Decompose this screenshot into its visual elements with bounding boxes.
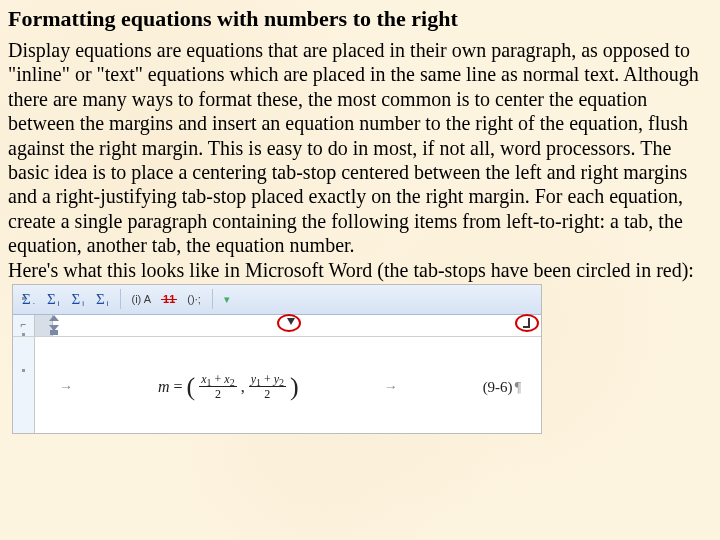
vruler-tick bbox=[22, 297, 25, 300]
ribbon-abc[interactable]: (i) A bbox=[129, 291, 155, 308]
page-surface[interactable]: → m = ( x1 + x2 2 , y1 + y2 2 bbox=[35, 337, 541, 433]
ribbon: Σ· Σi Σi Σi (i) A 11 ()·; ▾ bbox=[13, 285, 541, 315]
page-title: Formatting equations with numbers to the… bbox=[8, 6, 712, 32]
center-tab-stop[interactable] bbox=[287, 318, 295, 325]
eq-lparen: ( bbox=[187, 371, 196, 403]
caption-text: Here's what this looks like in Microsoft… bbox=[8, 259, 694, 281]
ribbon-sigma-3[interactable]: Σi bbox=[68, 288, 87, 310]
ribbon-sigma-4[interactable]: Σi bbox=[93, 288, 112, 310]
ribbon-tail[interactable]: ()·; bbox=[184, 291, 203, 308]
ribbon-sigma-2[interactable]: Σi bbox=[44, 288, 63, 310]
caption-paragraph: Here's what this looks like in Microsoft… bbox=[8, 258, 712, 434]
ribbon-divider bbox=[120, 289, 121, 309]
right-tab-stop[interactable] bbox=[523, 318, 530, 328]
body-paragraph: Display equations are equations that are… bbox=[8, 38, 712, 258]
pilcrow-icon: ¶ bbox=[515, 380, 521, 395]
ribbon-strike[interactable]: 11 bbox=[160, 291, 178, 308]
vruler-tick bbox=[22, 369, 25, 372]
left-indent-marker[interactable] bbox=[50, 330, 58, 335]
ruler-row: ⌐ bbox=[13, 315, 541, 337]
equation-number: (9-6) bbox=[483, 379, 513, 395]
equation-line: → m = ( x1 + x2 2 , y1 + y2 2 bbox=[59, 371, 521, 403]
vruler-tick bbox=[22, 333, 25, 336]
eq-equals: = bbox=[174, 377, 183, 397]
vertical-ruler[interactable] bbox=[13, 337, 35, 433]
tab-arrow-icon: → bbox=[384, 378, 398, 395]
eq-rparen: ) bbox=[290, 371, 299, 403]
horizontal-ruler[interactable] bbox=[35, 315, 541, 336]
ribbon-divider-2 bbox=[212, 289, 213, 309]
eq-comma: , bbox=[241, 377, 245, 397]
first-line-indent-marker[interactable] bbox=[49, 315, 59, 321]
equation-number-group: (9-6)¶ bbox=[483, 377, 521, 397]
document-area: → m = ( x1 + x2 2 , y1 + y2 2 bbox=[13, 337, 541, 433]
equation-body[interactable]: m = ( x1 + x2 2 , y1 + y2 2 ) bbox=[158, 371, 299, 403]
eq-lhs: m bbox=[158, 377, 170, 397]
ribbon-dropdown-icon[interactable]: ▾ bbox=[221, 291, 233, 308]
eq-frac-x: x1 + x2 2 bbox=[199, 373, 236, 400]
tab-arrow-icon: → bbox=[59, 378, 73, 395]
word-screenshot: Σ· Σi Σi Σi (i) A 11 ()·; ▾ ⌐ bbox=[12, 284, 542, 434]
eq-frac-y: y1 + y2 2 bbox=[249, 373, 286, 400]
